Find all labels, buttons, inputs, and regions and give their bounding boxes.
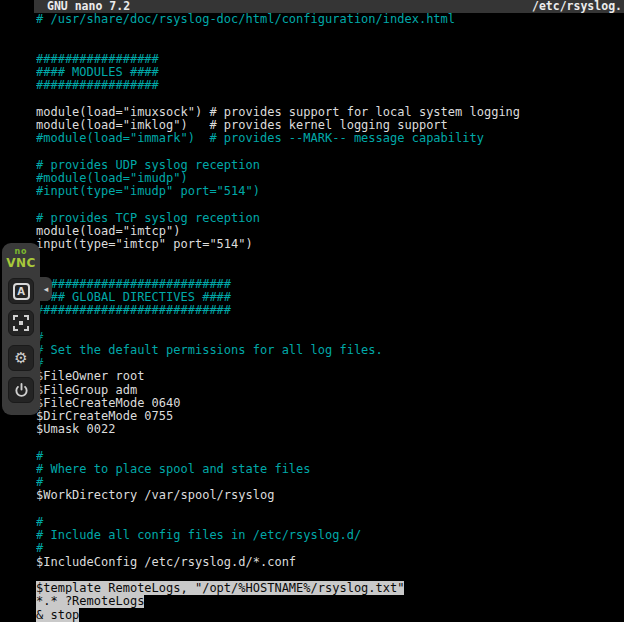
fullscreen-button[interactable] [8, 310, 34, 336]
chevron-left-icon: ◂ [44, 284, 49, 294]
terminal-line [36, 251, 624, 264]
terminal-line: #### GLOBAL DIRECTIVES #### [36, 291, 624, 304]
terminal-line [36, 317, 624, 330]
terminal-line [36, 437, 624, 450]
terminal-line [36, 92, 624, 105]
terminal-line: $FileOwner root [36, 370, 624, 383]
terminal-line: & stop [36, 609, 624, 622]
terminal-line [36, 198, 624, 211]
terminal-line: $Umask 0022 [36, 423, 624, 436]
terminal-line [36, 39, 624, 52]
terminal-line: $DirCreateMode 0755 [36, 410, 624, 423]
fullscreen-icon [13, 315, 29, 331]
novnc-toolbar: no VNC ◂ A ⚙ [2, 243, 40, 415]
nano-file-path: /etc/rsyslog. [532, 0, 622, 13]
terminal-line [36, 569, 624, 582]
power-button[interactable] [8, 377, 34, 403]
keyboard-key-icon: A [13, 283, 30, 300]
power-icon [14, 383, 29, 398]
gear-icon: ⚙ [14, 351, 27, 366]
terminal-line: # provides TCP syslog reception [36, 212, 624, 225]
terminal-line: #module(load="immark") # provides --MARK… [36, 132, 624, 145]
terminal-line: # Set the default permissions for all lo… [36, 344, 624, 357]
terminal-window: GNU nano 7.2 /etc/rsyslog. # /usr/share/… [34, 0, 624, 622]
terminal-line: $template RemoteLogs, "/opt/%HOSTNAME%/r… [36, 582, 624, 595]
terminal-line: $WorkDirectory /var/spool/rsyslog [36, 489, 624, 502]
terminal-line: #input(type="imudp" port="514") [36, 185, 624, 198]
terminal-line: # provides UDP syslog reception [36, 159, 624, 172]
terminal-line: # /usr/share/doc/rsyslog-doc/html/config… [36, 13, 624, 26]
nano-titlebar: GNU nano 7.2 /etc/rsyslog. [34, 0, 624, 13]
terminal-line: module(load="imtcp") [36, 225, 624, 238]
terminal-line [36, 145, 624, 158]
terminal-line: # [36, 516, 624, 529]
terminal-line: $FileGroup adm [36, 384, 624, 397]
terminal-line: *.* ?RemoteLogs [36, 595, 624, 608]
terminal-line: module(load="imuxsock") # provides suppo… [36, 106, 624, 119]
terminal-line: # [36, 476, 624, 489]
terminal-line: # Where to place spool and state files [36, 463, 624, 476]
terminal-line: module(load="imklog") # provides kernel … [36, 119, 624, 132]
novnc-logo-vnc: VNC [6, 257, 36, 269]
terminal-line: $FileCreateMode 0640 [36, 397, 624, 410]
novnc-logo: no VNC [6, 248, 36, 269]
terminal-line: input(type="imtcp" port="514") [36, 238, 624, 251]
terminal-line: ########################### [36, 304, 624, 317]
keyboard-button[interactable]: A [8, 278, 34, 304]
terminal-line: ################# [36, 53, 624, 66]
terminal-line [36, 264, 624, 277]
settings-button[interactable]: ⚙ [8, 345, 34, 371]
terminal-line: # Include all config files in /etc/rsysl… [36, 529, 624, 542]
terminal-line: # [36, 542, 624, 555]
terminal-line: # [36, 331, 624, 344]
terminal-line: ################# [36, 79, 624, 92]
terminal-line: ########################### [36, 278, 624, 291]
terminal-text-area[interactable]: # /usr/share/doc/rsyslog-doc/html/config… [36, 13, 624, 622]
terminal-line: $IncludeConfig /etc/rsyslog.d/*.conf [36, 556, 624, 569]
terminal-line: #module(load="imudp") [36, 172, 624, 185]
terminal-line: # [36, 450, 624, 463]
terminal-line: #### MODULES #### [36, 66, 624, 79]
toolbar-collapse-handle[interactable]: ◂ [40, 277, 52, 301]
terminal-line: # [36, 357, 624, 370]
vnc-screen: GNU nano 7.2 /etc/rsyslog. # /usr/share/… [0, 0, 624, 622]
terminal-line [36, 503, 624, 516]
novnc-logo-no: no [6, 248, 36, 256]
terminal-line [36, 26, 624, 39]
nano-app-title: GNU nano 7.2 [47, 0, 130, 13]
